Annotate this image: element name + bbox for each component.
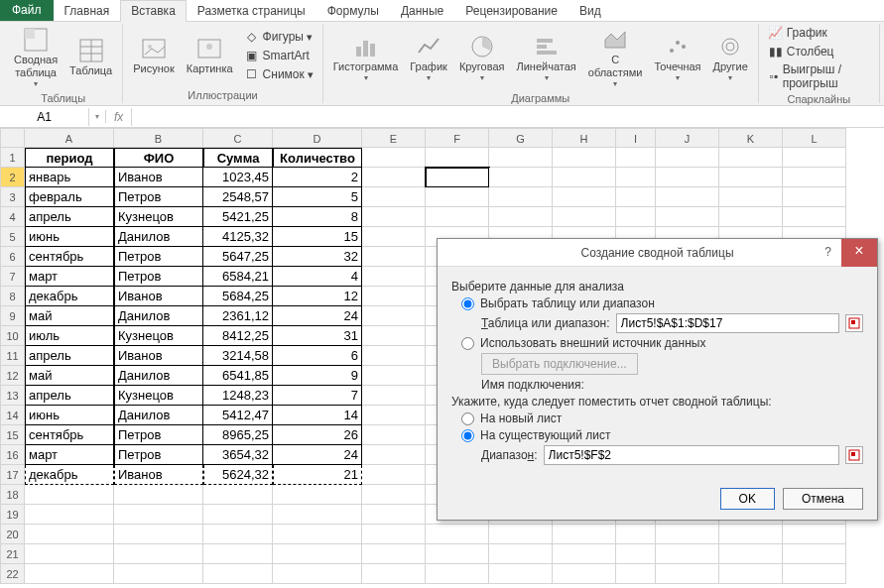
cell-I4[interactable] (616, 207, 656, 227)
cell-E20[interactable] (362, 525, 426, 544)
screenshot-button[interactable]: ☐Снимок ▾ (241, 65, 316, 83)
cell-H3[interactable] (553, 187, 616, 207)
row-head-21[interactable]: 21 (0, 544, 25, 564)
cell-A21[interactable] (25, 544, 114, 564)
cell-L3[interactable] (783, 187, 846, 207)
cell-H4[interactable] (553, 207, 616, 227)
row-head-7[interactable]: 7 (0, 267, 25, 287)
cell-B15[interactable]: Петров (114, 425, 203, 445)
row-head-13[interactable]: 13 (0, 386, 25, 406)
dest-input[interactable] (544, 445, 839, 465)
table-button[interactable]: Таблица (65, 35, 116, 79)
cell-A9[interactable]: май (25, 306, 114, 326)
radio-external[interactable] (461, 337, 474, 350)
cell-C6[interactable]: 5647,25 (203, 247, 273, 267)
cell-A11[interactable]: апрель (25, 346, 114, 366)
cell-I3[interactable] (616, 187, 656, 207)
cell-H2[interactable] (553, 168, 616, 187)
cell-A8[interactable]: декабрь (25, 287, 114, 306)
tab-data[interactable]: Данные (390, 0, 454, 21)
cell-B13[interactable]: Кузнецов (114, 386, 203, 406)
cell-K20[interactable] (719, 525, 783, 544)
cell-E12[interactable] (362, 366, 426, 386)
row-head-11[interactable]: 11 (0, 346, 25, 366)
row-head-18[interactable]: 18 (0, 485, 25, 505)
cell-K4[interactable] (719, 207, 783, 227)
dest-picker-button[interactable] (845, 446, 863, 464)
cell-G20[interactable] (489, 525, 553, 544)
cell-C17[interactable]: 5624,32 (203, 465, 273, 485)
tab-home[interactable]: Главная (54, 0, 121, 21)
cell-D6[interactable]: 32 (273, 247, 362, 267)
cell-F3[interactable] (426, 187, 489, 207)
row-head-5[interactable]: 5 (0, 227, 25, 247)
col-head-J[interactable]: J (656, 128, 719, 148)
cell-A18[interactable] (25, 485, 114, 505)
cell-C5[interactable]: 4125,32 (203, 227, 273, 247)
cell-D11[interactable]: 6 (273, 346, 362, 366)
cell-A6[interactable]: сентябрь (25, 247, 114, 267)
cell-H1[interactable] (553, 148, 616, 168)
dialog-help-button[interactable]: ? (819, 243, 837, 261)
name-box[interactable]: A1 (0, 108, 89, 126)
row-head-9[interactable]: 9 (0, 306, 25, 326)
cell-C7[interactable]: 6584,21 (203, 267, 273, 287)
tab-file[interactable]: Файл (0, 0, 54, 21)
cell-D20[interactable] (273, 525, 362, 544)
cell-E16[interactable] (362, 445, 426, 465)
cell-A2[interactable]: январь (25, 168, 114, 187)
col-head-I[interactable]: I (616, 128, 656, 148)
cell-E22[interactable] (362, 564, 426, 584)
cell-B8[interactable]: Иванов (114, 287, 203, 306)
cell-A5[interactable]: июнь (25, 227, 114, 247)
cell-J21[interactable] (656, 544, 719, 564)
col-head-E[interactable]: E (362, 128, 426, 148)
cell-B17[interactable]: Иванов (114, 465, 203, 485)
pie-chart-button[interactable]: Круговая▾ (455, 31, 509, 84)
cell-B10[interactable]: Кузнецов (114, 326, 203, 346)
cell-E11[interactable] (362, 346, 426, 366)
cancel-button[interactable]: Отмена (783, 488, 863, 510)
range-input[interactable] (616, 313, 839, 333)
cell-D2[interactable]: 2 (273, 168, 362, 187)
cell-G21[interactable] (489, 544, 553, 564)
radio-table-range[interactable] (461, 297, 474, 310)
select-all-corner[interactable] (0, 128, 25, 148)
cell-A14[interactable]: июнь (25, 406, 114, 425)
cell-A10[interactable]: июль (25, 326, 114, 346)
cell-B3[interactable]: Петров (114, 187, 203, 207)
row-head-4[interactable]: 4 (0, 207, 25, 227)
cell-D14[interactable]: 14 (273, 406, 362, 425)
pivot-table-button[interactable]: Сводная таблица ▾ (10, 24, 62, 90)
shapes-button[interactable]: ◇Фигуры ▾ (241, 28, 316, 46)
cell-C12[interactable]: 6541,85 (203, 366, 273, 386)
fx-label[interactable]: fx (106, 108, 132, 126)
cell-J2[interactable] (656, 168, 719, 187)
row-head-12[interactable]: 12 (0, 366, 25, 386)
cell-A19[interactable] (25, 505, 114, 525)
cell-B20[interactable] (114, 525, 203, 544)
cell-L2[interactable] (783, 168, 846, 187)
row-head-1[interactable]: 1 (0, 148, 25, 168)
dialog-close-button[interactable]: × (841, 239, 877, 267)
cell-J20[interactable] (656, 525, 719, 544)
cell-D15[interactable]: 26 (273, 425, 362, 445)
row-head-22[interactable]: 22 (0, 564, 25, 584)
col-head-L[interactable]: L (783, 128, 846, 148)
row-head-6[interactable]: 6 (0, 247, 25, 267)
cell-E8[interactable] (362, 287, 426, 306)
cell-I1[interactable] (616, 148, 656, 168)
col-head-H[interactable]: H (553, 128, 616, 148)
cell-E10[interactable] (362, 326, 426, 346)
cell-J3[interactable] (656, 187, 719, 207)
cell-A16[interactable]: март (25, 445, 114, 465)
cell-B2[interactable]: Иванов (114, 168, 203, 187)
radio-existing-sheet[interactable] (461, 429, 474, 442)
bar-chart-button[interactable]: Линейчатая▾ (512, 31, 579, 84)
cell-K2[interactable] (719, 168, 783, 187)
smartart-button[interactable]: ▣SmartArt (241, 47, 316, 64)
cell-A4[interactable]: апрель (25, 207, 114, 227)
cell-B6[interactable]: Петров (114, 247, 203, 267)
cell-C9[interactable]: 2361,12 (203, 306, 273, 326)
radio-external-row[interactable]: Использовать внешний источник данных (451, 336, 863, 350)
